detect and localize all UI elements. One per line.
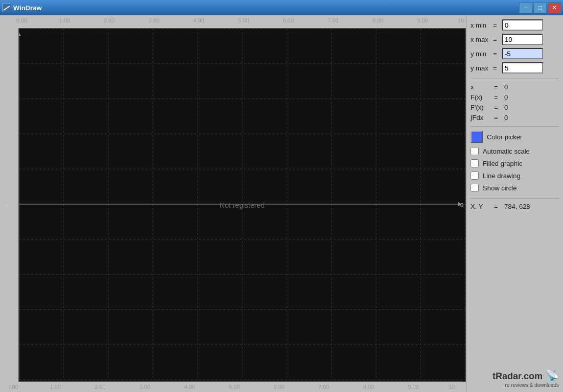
ymin-label: y min [471, 50, 491, 58]
watermark-sub: re reviews & downloads [471, 382, 559, 388]
radar-icon: 📡 [545, 369, 559, 382]
watermark-logo: tRadar.com 📡 [471, 369, 559, 382]
automatic-scale-checkbox[interactable] [471, 147, 479, 155]
ymin-row: y min = [471, 48, 559, 59]
xmin-row: x min = [471, 19, 559, 31]
titlebar-controls: – □ ✕ [519, 2, 561, 13]
divider-2 [471, 126, 559, 127]
xmax-input[interactable] [502, 34, 543, 45]
xmax-row: x max = [471, 34, 559, 45]
fx-info-row: F(x) = 0 [471, 93, 559, 101]
divider-1 [471, 79, 559, 79]
right-panel: x min = x max = y min = y max = x = 0 [466, 15, 563, 392]
titlebar: WinDraw – □ ✕ [0, 0, 563, 15]
show-circle-checkbox[interactable] [471, 184, 479, 192]
close-button[interactable]: ✕ [548, 2, 561, 13]
y-axis-right-label: 0 [460, 202, 463, 208]
canvas-wrapper: 0 Not registered 0 [0, 15, 466, 392]
ymin-input[interactable] [502, 48, 543, 59]
color-picker-row: Color picker [471, 131, 559, 143]
xmin-label: x min [471, 21, 491, 29]
watermark-text: tRadar.com [492, 371, 543, 381]
xy-val: 784, 628 [504, 203, 530, 210]
xmax-eq: = [493, 36, 500, 43]
axis-top [0, 15, 466, 28]
graph-canvas [19, 29, 465, 380]
int-info-label: ∫Fdx [471, 114, 492, 121]
divider-3 [471, 198, 559, 199]
int-info-row: ∫Fdx = 0 [471, 114, 559, 121]
line-drawing-checkbox[interactable] [471, 172, 479, 180]
fpx-info-eq: = [494, 104, 502, 111]
show-circle-label: Show circle [483, 184, 517, 192]
color-picker-label: Color picker [487, 133, 522, 141]
filled-graphic-label: Filled graphic [483, 160, 522, 167]
y-axis-area: 0 [0, 28, 9, 382]
ymax-label: y max [471, 64, 491, 72]
titlebar-left: WinDraw [2, 4, 42, 12]
show-circle-row: Show circle [471, 184, 559, 192]
int-info-val: 0 [504, 114, 508, 121]
ymax-input[interactable] [502, 62, 543, 74]
filled-graphic-row: Filled graphic [471, 159, 559, 167]
xy-eq: = [494, 203, 502, 210]
xmax-label: x max [471, 36, 491, 43]
int-info-eq: = [494, 114, 502, 121]
line-drawing-row: Line drawing [471, 172, 559, 180]
xmin-input[interactable] [502, 19, 543, 31]
automatic-scale-label: Automatic scale [483, 148, 530, 155]
xy-row: X, Y = 784, 628 [471, 203, 559, 210]
minimize-button[interactable]: – [519, 2, 532, 13]
fpx-info-label: F'(x) [471, 104, 492, 111]
app-icon [2, 4, 10, 12]
ymin-eq: = [493, 50, 500, 58]
fx-info-label: F(x) [471, 93, 492, 101]
x-info-label: x [471, 83, 492, 91]
fpx-info-row: F'(x) = 0 [471, 104, 559, 111]
fx-info-val: 0 [504, 93, 508, 101]
fpx-info-val: 0 [504, 104, 508, 111]
app-title: WinDraw [13, 4, 42, 12]
graph-area[interactable]: Not registered 0 [18, 28, 466, 382]
fx-info-eq: = [494, 93, 502, 101]
filled-graphic-checkbox[interactable] [471, 159, 479, 167]
x-info-eq: = [494, 83, 502, 91]
automatic-scale-row: Automatic scale [471, 147, 559, 155]
color-picker-button[interactable] [471, 131, 483, 143]
line-drawing-label: Line drawing [483, 172, 521, 180]
x-info-val: 0 [504, 83, 508, 91]
xy-label: X, Y [471, 203, 492, 210]
ymax-eq: = [493, 64, 500, 72]
xmin-eq: = [493, 21, 500, 29]
axis-bottom [9, 382, 466, 392]
ymax-row: y max = [471, 62, 559, 74]
x-info-row: x = 0 [471, 83, 559, 91]
main-container: 0 Not registered 0 x min = x max = [0, 15, 563, 392]
y-axis-center-label: 0 [5, 202, 8, 208]
maximize-button[interactable]: □ [533, 2, 547, 13]
